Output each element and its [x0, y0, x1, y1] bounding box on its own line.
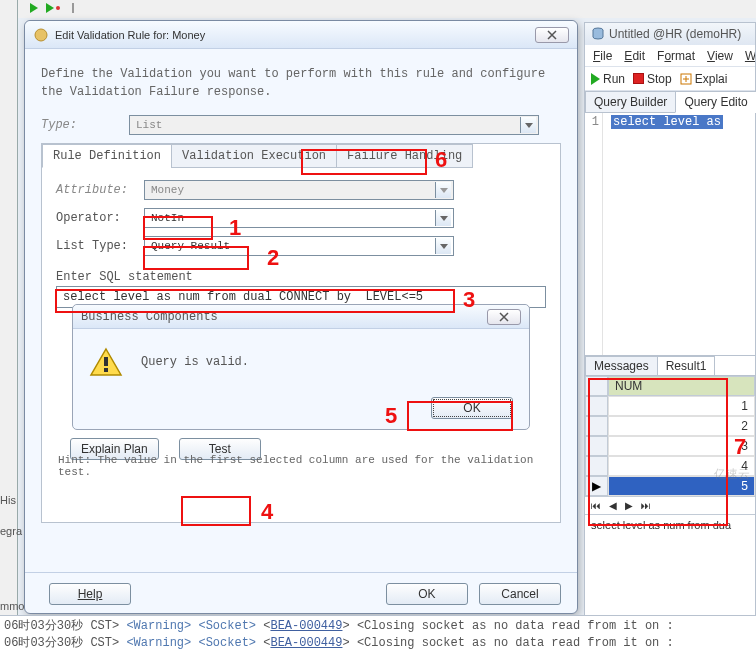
inner-ok-button[interactable]: OK [431, 397, 513, 419]
listtype-value: Query Result [151, 240, 230, 252]
menu-edit[interactable]: Edit [624, 49, 645, 63]
hint-text: Hint: The value in the first selected co… [58, 450, 544, 478]
operator-value: NotIn [151, 212, 184, 224]
tab-failure-handling[interactable]: Failure Handling [336, 144, 473, 168]
close-icon[interactable] [487, 309, 521, 325]
type-value: List [136, 119, 162, 131]
tab-result[interactable]: Result1 [657, 356, 716, 375]
svg-rect-3 [72, 3, 74, 13]
operator-combo[interactable]: NotIn [144, 208, 454, 228]
svg-marker-1 [46, 3, 54, 13]
type-combo[interactable]: List [129, 115, 539, 135]
nav-prev-icon[interactable]: ◀ [609, 500, 617, 511]
svg-rect-6 [104, 357, 108, 366]
chevron-down-icon [435, 238, 451, 254]
sql-editor-panel: Untitled @HR (demoHR) File Edit Format V… [584, 22, 756, 628]
rule-tabs-container: Rule Definition Validation Execution Fai… [41, 143, 561, 523]
db-icon [591, 27, 605, 41]
grid-nav[interactable]: ⏮ ◀ ▶ ⏭ [585, 496, 755, 514]
grid-corner [585, 376, 608, 396]
chevron-down-icon [435, 210, 451, 226]
attribute-label: Attribute: [56, 183, 136, 197]
menu-bar[interactable]: File Edit Format View W [585, 45, 755, 67]
menu-w[interactable]: W [745, 49, 755, 63]
sql-label: Enter SQL statement [56, 270, 546, 284]
nav-first-icon[interactable]: ⏮ [591, 500, 601, 511]
inner-dialog-message: Query is valid. [141, 355, 249, 369]
svg-point-4 [35, 29, 47, 41]
column-num[interactable]: NUM [608, 376, 755, 396]
chevron-down-icon [435, 182, 451, 198]
editor-toolbar: Run Stop Explai [585, 67, 755, 91]
operator-label: Operator: [56, 211, 136, 225]
menu-format[interactable]: Format [657, 49, 695, 63]
dialog-titlebar[interactable]: Edit Validation Rule for: Money [25, 21, 577, 49]
wizard-icon [33, 27, 49, 43]
close-icon[interactable] [535, 27, 569, 43]
stop-icon [633, 73, 644, 84]
cell[interactable]: 1 [608, 396, 755, 416]
watermark: 亿速云 [714, 466, 750, 483]
dialog-intro: Define the Validation you want to perfor… [41, 65, 561, 101]
sql-code-area[interactable]: 1 select level as [585, 113, 755, 355]
attribute-value: Money [151, 184, 184, 196]
svg-marker-0 [30, 3, 38, 13]
tab-validation-execution[interactable]: Validation Execution [171, 144, 337, 168]
stop-button[interactable]: Stop [633, 72, 672, 86]
cell[interactable]: 3 [608, 436, 755, 456]
warning-icon [89, 347, 123, 377]
ok-button[interactable]: OK [386, 583, 468, 605]
nav-last-icon[interactable]: ⏭ [641, 500, 651, 511]
status-sql: select level as num from dua [585, 514, 755, 535]
chevron-down-icon [520, 117, 536, 133]
explain-button[interactable]: Explai [680, 72, 728, 86]
inner-dialog-title: Business Components [81, 310, 487, 324]
run-button[interactable]: Run [591, 72, 625, 86]
listtype-combo[interactable]: Query Result [144, 236, 454, 256]
play-icon [591, 73, 600, 85]
cancel-button[interactable]: Cancel [479, 583, 561, 605]
explain-icon [680, 73, 692, 85]
listtype-label: List Type: [56, 239, 136, 253]
menu-file[interactable]: File [593, 49, 612, 63]
svg-rect-7 [104, 368, 108, 372]
editor-title: Untitled @HR (demoHR) [609, 27, 741, 41]
dialog-title: Edit Validation Rule for: Money [55, 29, 535, 41]
attribute-combo: Money [144, 180, 454, 200]
line-number: 1 [592, 115, 599, 129]
tab-query-builder[interactable]: Query Builder [585, 91, 676, 113]
top-toolbar-fragment [0, 0, 756, 18]
query-valid-dialog: Business Components Query is valid. OK [72, 304, 530, 430]
help-button[interactable]: Help [49, 583, 131, 605]
cell[interactable]: 2 [608, 416, 755, 436]
sql-selection: select level as [611, 115, 723, 129]
tab-rule-definition[interactable]: Rule Definition [42, 144, 172, 168]
type-label: Type: [41, 118, 121, 132]
nav-next-icon[interactable]: ▶ [625, 500, 633, 511]
svg-point-2 [56, 6, 60, 10]
log-console: 06时03分30秒 CST> <Warning> <Socket> <BEA-0… [0, 615, 756, 657]
tab-messages[interactable]: Messages [585, 356, 658, 375]
edit-validation-dialog: Edit Validation Rule for: Money Define t… [24, 20, 578, 614]
editor-titlebar[interactable]: Untitled @HR (demoHR) [585, 23, 755, 45]
tab-query-editor[interactable]: Query Edito [675, 91, 756, 113]
left-panel-fragment: His egra mmon [0, 0, 18, 657]
menu-view[interactable]: View [707, 49, 733, 63]
